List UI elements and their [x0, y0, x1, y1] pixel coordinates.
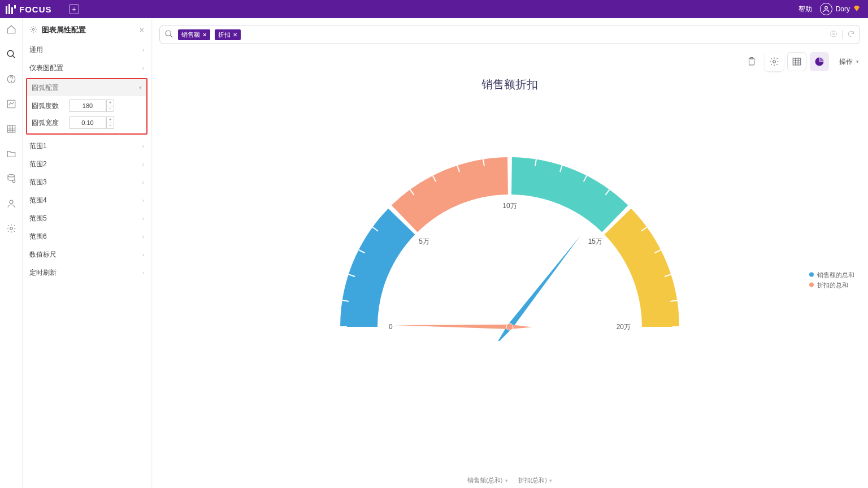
operations-menu[interactable]: 操作▾ — [838, 54, 860, 70]
search-icon — [164, 29, 173, 40]
rail-search[interactable] — [5, 47, 18, 61]
user-menu[interactable]: Dory — [820, 3, 860, 15]
legend-dot — [809, 273, 814, 277]
chart-legend: 销售额的总和 折扣的总和 — [809, 269, 854, 291]
gear-icon — [29, 25, 37, 35]
refresh-button[interactable] — [847, 30, 855, 40]
panel-row-refresh[interactable]: 定时刷新› — [23, 264, 151, 282]
chevron-right-icon: › — [142, 252, 144, 258]
panel-row-range4[interactable]: 范围4› — [23, 191, 151, 209]
legend-item-1[interactable]: 销售额的总和 — [809, 270, 854, 279]
svg-line-6 — [12, 55, 15, 58]
arc-config-header[interactable]: 圆弧配置 ▾ — [27, 79, 146, 96]
panel-row-label: 范围1 — [29, 141, 47, 151]
footer-ctl-sales[interactable]: 销售额(总和)▾ — [467, 476, 507, 485]
arc-degree-row: 圆弧度数 +− — [27, 96, 146, 113]
arc-degree-up[interactable]: + — [106, 100, 114, 106]
new-tab-button[interactable]: ＋ — [69, 4, 79, 14]
panel-row-general[interactable]: 通用› — [23, 41, 151, 59]
clipboard-button[interactable] — [742, 52, 761, 71]
chevron-down-icon: ▾ — [549, 478, 552, 483]
chevron-right-icon: › — [142, 179, 144, 185]
svg-point-17 — [10, 200, 13, 204]
chip-remove-icon[interactable]: ✕ — [202, 32, 207, 38]
chip-sales[interactable]: 销售额✕ — [178, 29, 210, 40]
help-link[interactable]: 帮助 — [798, 5, 812, 14]
panel-row-label: 通用 — [29, 45, 43, 55]
chart-settings-panel: 图表属性配置 × 通用› 仪表图配置› 圆弧配置 ▾ 圆弧度数 +− 圆弧宽度 — [23, 18, 151, 488]
arc-width-stepper: +− — [69, 116, 114, 129]
app-header: FOCUS ＋ 帮助 Dory — [0, 0, 868, 18]
main-area: 销售额✕ 折扣✕ 操作▾ 销售额折扣 05万10万15万20万 销售额的总和 折… — [151, 18, 868, 488]
footer-controls: 销售额(总和)▾ 折扣(总和)▾ — [159, 476, 860, 485]
settings-button[interactable] — [765, 52, 784, 71]
panel-row-label: 范围3 — [29, 178, 47, 187]
gauge-chart: 05万10万15万20万 — [318, 126, 702, 341]
legend-item-2[interactable]: 折扣的总和 — [809, 280, 854, 289]
svg-rect-9 — [7, 100, 15, 108]
svg-point-4 — [824, 6, 827, 9]
rail-settings[interactable] — [5, 222, 18, 235]
panel-row-range6[interactable]: 范围6› — [23, 227, 151, 245]
svg-text:20万: 20万 — [617, 323, 631, 331]
panel-row-gauge-config[interactable]: 仪表图配置› — [23, 59, 151, 77]
arc-config-section: 圆弧配置 ▾ 圆弧度数 +− 圆弧宽度 +− — [26, 78, 147, 135]
arc-width-input[interactable] — [69, 116, 106, 129]
legend-label: 折扣的总和 — [817, 280, 848, 289]
table-view-button[interactable] — [787, 52, 806, 71]
chip-discount[interactable]: 折扣✕ — [215, 29, 241, 40]
svg-point-61 — [506, 323, 513, 330]
search-bar[interactable]: 销售额✕ 折扣✕ — [159, 25, 860, 44]
svg-point-18 — [10, 227, 12, 230]
logo-text: FOCUS — [19, 5, 52, 14]
rail-folder[interactable] — [5, 147, 18, 161]
footer-label: 销售额(总和) — [467, 476, 502, 485]
chevron-right-icon: › — [142, 161, 144, 167]
chevron-down-icon: ▾ — [505, 478, 508, 483]
premium-diamond-icon — [853, 5, 860, 13]
chevron-right-icon: › — [142, 143, 144, 149]
chip-label: 销售额 — [181, 31, 200, 39]
chip-remove-icon[interactable]: ✕ — [233, 32, 237, 38]
panel-title: 图表属性配置 — [42, 25, 86, 35]
panel-row-label: 范围2 — [29, 159, 47, 169]
arc-width-row: 圆弧宽度 +− — [27, 113, 146, 133]
chevron-right-icon: › — [142, 234, 144, 240]
arc-width-up[interactable]: + — [106, 116, 114, 123]
chip-label: 折扣 — [218, 31, 231, 39]
arc-degree-stepper: +− — [69, 100, 114, 112]
arc-degree-label: 圆弧度数 — [32, 101, 63, 111]
arc-width-label: 圆弧宽度 — [32, 118, 63, 128]
svg-rect-10 — [7, 126, 15, 132]
rail-data[interactable] — [5, 172, 18, 185]
svg-rect-28 — [793, 58, 801, 65]
rail-table[interactable] — [5, 122, 18, 136]
chevron-right-icon: › — [142, 270, 144, 276]
arc-degree-down[interactable]: − — [106, 106, 114, 112]
chevron-right-icon: › — [142, 215, 144, 222]
rail-home[interactable] — [5, 23, 18, 36]
panel-row-range5[interactable]: 范围5› — [23, 209, 151, 227]
panel-row-range3[interactable]: 范围3› — [23, 173, 151, 191]
rail-help[interactable] — [5, 72, 18, 86]
panel-row-scale[interactable]: 数值标尺› — [23, 245, 151, 264]
svg-rect-3 — [14, 5, 16, 8]
rail-chart[interactable] — [5, 97, 18, 111]
panel-row-range2[interactable]: 范围2› — [23, 155, 151, 173]
svg-rect-2 — [11, 7, 13, 14]
svg-point-8 — [11, 81, 11, 81]
footer-ctl-discount[interactable]: 折扣(总和)▾ — [518, 476, 552, 485]
rail-user[interactable] — [5, 197, 18, 210]
chart-title: 销售额折扣 — [481, 77, 538, 92]
clear-search-button[interactable] — [830, 30, 837, 40]
user-name: Dory — [836, 5, 850, 13]
close-panel-button[interactable]: × — [140, 25, 144, 34]
panel-row-label: 数值标尺 — [29, 250, 57, 260]
chart-view-button[interactable] — [810, 52, 829, 71]
arc-degree-input[interactable] — [69, 100, 106, 112]
chart-container: 销售额折扣 05万10万15万20万 销售额的总和 折扣的总和 销售额(总和)▾… — [159, 76, 860, 483]
arc-width-down[interactable]: − — [106, 123, 114, 129]
operations-label: 操作 — [839, 57, 853, 67]
panel-row-range1[interactable]: 范围1› — [23, 137, 151, 155]
panel-row-label: 范围4 — [29, 196, 47, 205]
